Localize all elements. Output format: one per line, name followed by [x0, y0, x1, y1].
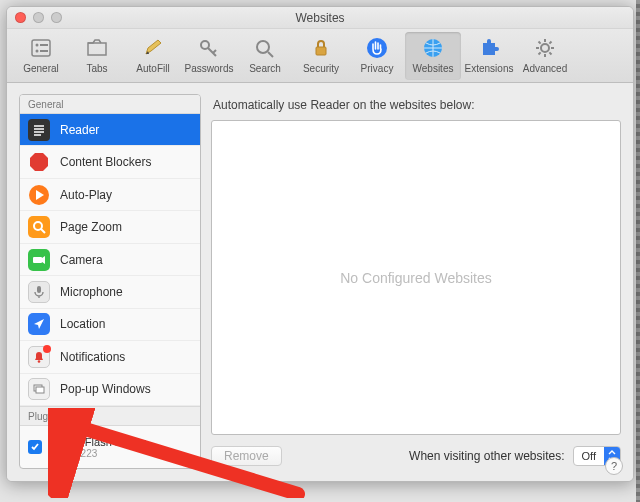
play-icon	[28, 184, 50, 206]
tab-label: AutoFill	[136, 63, 169, 74]
microphone-icon	[28, 281, 50, 303]
svg-point-9	[367, 38, 387, 58]
titlebar[interactable]: Websites	[7, 7, 633, 29]
globe-icon	[420, 35, 446, 61]
tab-advanced[interactable]: Advanced	[517, 32, 573, 80]
sidebar-item-notifications[interactable]: Notifications	[20, 341, 200, 373]
plugin-checkbox[interactable]	[28, 440, 42, 454]
close-window-button[interactable]	[15, 12, 26, 23]
plugin-version: 32.0.0.223	[50, 448, 146, 459]
search-icon	[252, 35, 278, 61]
stop-icon	[28, 151, 50, 173]
sidebar-item-camera[interactable]: Camera	[20, 244, 200, 276]
sidebar-item-label: Camera	[60, 253, 103, 267]
zoom-icon	[28, 216, 50, 238]
sidebar-item-label: Auto-Play	[60, 188, 112, 202]
tab-privacy[interactable]: Privacy	[349, 32, 405, 80]
window-icon	[28, 378, 50, 400]
switches-icon	[28, 35, 54, 61]
svg-marker-17	[42, 256, 45, 264]
sidebar-item-page-zoom[interactable]: Page Zoom	[20, 211, 200, 243]
remove-button[interactable]: Remove	[211, 446, 282, 466]
main-pane: Automatically use Reader on the websites…	[211, 94, 621, 469]
traffic-lights	[15, 12, 62, 23]
sidebar-item-content-blockers[interactable]: Content Blockers	[20, 146, 200, 178]
svg-marker-19	[34, 319, 44, 329]
tab-extensions[interactable]: Extensions	[461, 32, 517, 80]
bell-icon	[28, 346, 50, 368]
svg-rect-16	[33, 257, 42, 263]
hand-icon	[364, 35, 390, 61]
plugin-row-flash[interactable]: Adobe Flash Player 32.0.0.223	[20, 426, 200, 468]
sidebar-item-label: Microphone	[60, 285, 123, 299]
tab-label: Tabs	[86, 63, 107, 74]
sidebar-section-plugins: Plug-ins	[20, 406, 200, 426]
svg-point-15	[34, 222, 42, 230]
sidebar-item-location[interactable]: Location	[20, 309, 200, 341]
tab-label: Search	[249, 63, 281, 74]
sidebar-item-label: Content Blockers	[60, 155, 151, 169]
sidebar-item-microphone[interactable]: Microphone	[20, 276, 200, 308]
key-icon	[196, 35, 222, 61]
gear-icon	[532, 35, 558, 61]
svg-point-2	[36, 50, 39, 53]
tab-passwords[interactable]: Passwords	[181, 32, 237, 80]
location-icon	[28, 313, 50, 335]
sidebar-item-reader[interactable]: Reader	[20, 114, 200, 146]
tab-label: Privacy	[361, 63, 394, 74]
visiting-label: When visiting other websites:	[409, 449, 564, 463]
tab-label: Security	[303, 63, 339, 74]
main-footer: Remove When visiting other websites: Off	[211, 435, 621, 469]
plugin-name: Adobe Flash Player	[50, 436, 146, 448]
sidebar-item-label: Pop-up Windows	[60, 382, 151, 396]
main-heading: Automatically use Reader on the websites…	[211, 94, 621, 120]
empty-placeholder: No Configured Websites	[340, 270, 491, 286]
preferences-toolbar: General Tabs AutoFill Passwords Search S…	[7, 29, 633, 83]
svg-point-7	[257, 41, 269, 53]
websites-list[interactable]: No Configured Websites	[211, 120, 621, 435]
tab-label: Passwords	[185, 63, 234, 74]
lock-icon	[308, 35, 334, 61]
sidebar: General Reader Content Blockers Auto-Pla…	[19, 94, 201, 469]
zoom-window-button[interactable]	[51, 12, 62, 23]
background-app-peek	[636, 0, 640, 502]
svg-point-1	[36, 44, 39, 47]
tab-general[interactable]: General	[13, 32, 69, 80]
tab-tabs[interactable]: Tabs	[69, 32, 125, 80]
reader-icon	[28, 119, 50, 141]
sidebar-item-label: Notifications	[60, 350, 125, 364]
sidebar-item-auto-play[interactable]: Auto-Play	[20, 179, 200, 211]
sidebar-item-label: Location	[60, 317, 105, 331]
content-area: General Reader Content Blockers Auto-Pla…	[7, 84, 633, 481]
plugin-text: Adobe Flash Player 32.0.0.223	[50, 436, 146, 459]
svg-rect-8	[316, 47, 326, 55]
pencil-icon	[140, 35, 166, 61]
camera-icon	[28, 249, 50, 271]
tab-label: Advanced	[523, 63, 567, 74]
tab-label: Websites	[413, 63, 454, 74]
svg-marker-12	[30, 153, 48, 171]
tab-websites[interactable]: Websites	[405, 32, 461, 80]
tab-autofill[interactable]: AutoFill	[125, 32, 181, 80]
tab-label: Extensions	[465, 63, 514, 74]
svg-rect-22	[36, 387, 44, 393]
svg-point-11	[541, 44, 549, 52]
tab-security[interactable]: Security	[293, 32, 349, 80]
notification-badge	[43, 345, 51, 353]
sidebar-item-label: Reader	[60, 123, 99, 137]
minimize-window-button[interactable]	[33, 12, 44, 23]
svg-rect-3	[40, 44, 48, 46]
visiting-group: When visiting other websites: Off	[409, 446, 621, 466]
preferences-window: Websites General Tabs AutoFill Passwords…	[6, 6, 634, 482]
sidebar-section-general: General	[20, 95, 200, 114]
svg-rect-4	[40, 50, 48, 52]
svg-rect-0	[32, 40, 50, 56]
svg-point-6	[201, 41, 209, 49]
window-title: Websites	[295, 11, 344, 25]
help-button[interactable]: ?	[605, 457, 623, 475]
tab-search[interactable]: Search	[237, 32, 293, 80]
sidebar-item-label: Page Zoom	[60, 220, 122, 234]
tabs-icon	[84, 35, 110, 61]
svg-point-20	[38, 360, 41, 363]
sidebar-item-popup-windows[interactable]: Pop-up Windows	[20, 374, 200, 406]
